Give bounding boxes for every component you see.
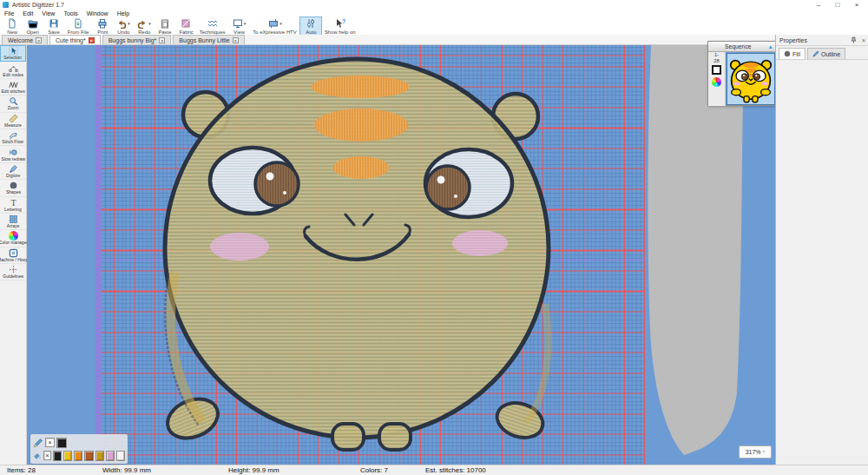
sequence-header[interactable]: Sequence ▲	[708, 42, 776, 52]
status-height: Height: 99.9 mm	[228, 466, 279, 474]
new-button[interactable]: New	[2, 17, 23, 35]
panel-close-icon[interactable]: ×	[859, 37, 868, 43]
menu-file[interactable]: File	[0, 10, 18, 17]
open-folder-icon	[28, 18, 38, 29]
redo-icon	[137, 18, 148, 29]
tool-sidebar: Selection Edit nodes Edit stitches Zoom …	[0, 45, 27, 465]
printer-icon	[97, 18, 108, 29]
svg-text:T: T	[10, 198, 16, 208]
color-swatch[interactable]	[74, 451, 82, 461]
tool-stitch-flow[interactable]: Stitch Flow	[0, 129, 26, 146]
tool-edit-stitches[interactable]: Edit stitches	[0, 79, 26, 96]
menu-window[interactable]: Window	[82, 10, 113, 17]
tab-welcome[interactable]: Welcome ×	[2, 35, 48, 44]
menu-tools[interactable]: Tools	[59, 10, 82, 17]
edit-nodes-icon	[9, 63, 18, 73]
sequence-panel: Sequence ▲ 1- 28	[707, 41, 777, 106]
export-htv-button[interactable]: ▾ To eXpressive HTV	[249, 17, 300, 35]
collapse-triangle-icon[interactable]: ▲	[768, 43, 773, 51]
minimize-button[interactable]: –	[809, 0, 828, 10]
tab-buggs-bunny-little[interactable]: Buggs Bunny Little ×	[173, 35, 244, 44]
tool-machine-hoop[interactable]: Machine / Hoop	[0, 247, 26, 264]
help-cursor-icon: ?	[335, 18, 345, 29]
tab-close-icon[interactable]: ×	[233, 37, 239, 43]
tab-cute-thing[interactable]: Cute thing* ×	[49, 35, 101, 44]
properties-panel: Properties × Fill Outline	[775, 35, 868, 465]
sequence-thumbnail-area	[726, 52, 776, 106]
color-swatch[interactable]	[95, 451, 104, 461]
tab-close-icon[interactable]: ×	[36, 37, 42, 43]
undo-button[interactable]: ▾ Undo	[113, 17, 134, 35]
status-stitches: Est. stitches: 10700	[425, 466, 486, 474]
close-button[interactable]: ×	[847, 0, 866, 10]
sequence-title: Sequence	[708, 43, 768, 49]
show-help-button[interactable]: ? Show help on	[321, 17, 359, 35]
tab-outline[interactable]: Outline	[807, 48, 845, 59]
import-file-icon	[73, 18, 83, 29]
tool-selection[interactable]: Selection	[0, 45, 26, 62]
tool-measure[interactable]: Measure	[0, 113, 26, 129]
view-button[interactable]: ▾ View	[228, 17, 249, 35]
tool-color-manager[interactable]: Color manager	[0, 230, 26, 247]
color-swatch[interactable]	[53, 451, 62, 461]
menu-help[interactable]: Help	[113, 10, 134, 17]
fabric-button[interactable]: Fabric	[175, 17, 196, 35]
tool-edit-nodes[interactable]: Edit nodes	[0, 62, 26, 78]
tab-close-icon[interactable]: ×	[89, 37, 95, 43]
tool-zoom[interactable]: Zoom	[0, 96, 26, 112]
menu-bar: File Edit View Tools Window Help	[0, 10, 868, 17]
undo-dropdown-icon[interactable]: ▾	[128, 21, 130, 26]
color-swatch[interactable]	[56, 438, 67, 448]
stitch-techniques-icon	[207, 18, 218, 29]
view-monitor-icon	[233, 18, 243, 29]
export-dropdown-icon[interactable]: ▾	[279, 21, 282, 26]
tool-shapes[interactable]: Shapes	[0, 180, 26, 196]
tool-lettering[interactable]: T Lettering	[0, 197, 26, 214]
color-swatch[interactable]	[84, 451, 93, 461]
paste-button[interactable]: Paste	[155, 17, 175, 35]
zoom-level-button[interactable]: 317% ^	[739, 445, 772, 459]
print-button[interactable]: Print	[92, 17, 113, 35]
title-bar: Artistic Digitizer 1.7 – □ ×	[0, 0, 868, 10]
outline-pencil-icon	[33, 438, 43, 448]
tab-fill[interactable]: Fill	[779, 48, 806, 59]
pin-icon[interactable]	[847, 36, 859, 43]
menu-view[interactable]: View	[37, 10, 59, 17]
sequence-color-wheel-icon[interactable]	[712, 77, 721, 87]
color-swatch[interactable]	[116, 451, 125, 461]
redo-button[interactable]: ▾ Redo	[134, 17, 155, 35]
no-color-checkbox[interactable]: ×	[43, 451, 51, 460]
tab-close-icon[interactable]: ×	[159, 37, 165, 43]
outline-color-row: ×	[33, 436, 125, 449]
redo-dropdown-icon[interactable]: ▾	[148, 21, 151, 26]
tool-arrays[interactable]: Arrays	[0, 214, 26, 230]
no-color-checkbox[interactable]: ×	[45, 438, 55, 447]
from-file-button[interactable]: From File	[64, 17, 92, 35]
auto-button[interactable]: Auto	[300, 17, 321, 35]
maximize-button[interactable]: □	[828, 0, 847, 10]
view-dropdown-icon[interactable]: ▾	[244, 21, 247, 26]
open-button[interactable]: Open	[23, 17, 43, 35]
zoom-level-value: 317%	[746, 449, 761, 455]
ruler-icon	[9, 114, 18, 123]
color-swatch[interactable]	[63, 451, 72, 461]
tool-slow-redraw[interactable]: Slow redraw	[0, 146, 26, 162]
color-swatch[interactable]	[106, 451, 115, 461]
design-thumbnail[interactable]	[727, 53, 775, 105]
status-colors: Colors: 7	[360, 466, 388, 474]
sequence-color-swatch[interactable]	[712, 65, 721, 75]
save-button[interactable]: Save	[43, 17, 64, 35]
fabric-swatch-icon	[181, 18, 191, 29]
main-toolbar: New Open Save From File Print ▾ Undo ▾ R…	[0, 17, 868, 35]
tab-buggs-bunny-big[interactable]: Buggs bunny Big* ×	[102, 35, 172, 44]
app-window: Artistic Digitizer 1.7 – □ × File Edit V…	[0, 0, 868, 475]
tool-digitize[interactable]: Digitize	[0, 163, 26, 180]
tool-guidelines[interactable]: Guidelines	[0, 264, 26, 280]
techniques-button[interactable]: Techniques	[196, 17, 228, 35]
fill-bucket-icon	[33, 451, 42, 461]
menu-edit[interactable]: Edit	[18, 10, 37, 17]
fill-color-row: ×	[33, 449, 125, 462]
app-icon	[3, 2, 9, 8]
properties-title: Properties	[776, 37, 847, 43]
design-canvas[interactable]	[27, 45, 775, 465]
